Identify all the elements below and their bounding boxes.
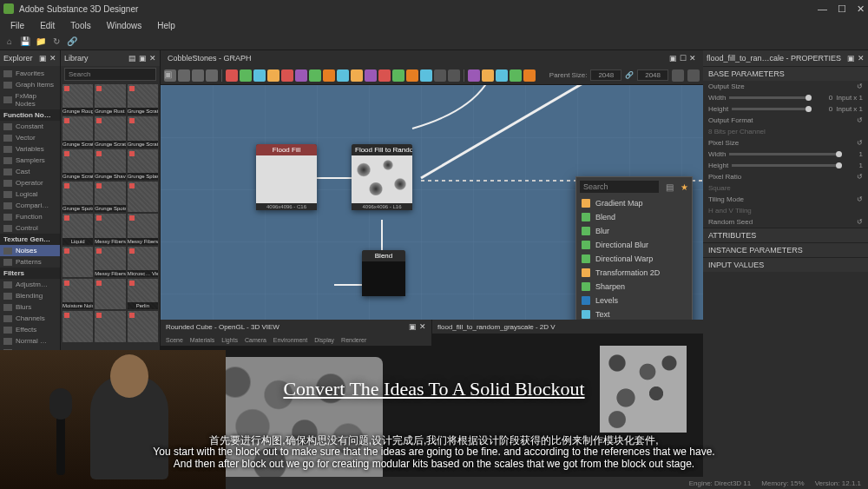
viewport-menu-item[interactable]: Environment [273,337,307,343]
folder-icon[interactable]: 📁 [35,36,47,48]
explorer-item[interactable]: Cast [0,166,60,177]
node-icon[interactable] [309,69,321,82]
val-width[interactable]: 0 [815,94,832,102]
refresh-icon[interactable]: ↻ [50,36,62,48]
library-thumb[interactable] [95,311,125,341]
context-menu-item[interactable]: Blur [576,224,692,238]
explorer-item[interactable]: Compari… [0,200,60,211]
node-icon[interactable] [448,69,460,82]
library-thumb[interactable] [95,279,125,309]
node-icon[interactable] [496,69,508,82]
lock-icon[interactable]: 🔗 [625,71,634,79]
close-icon[interactable]: ✕ [857,3,865,15]
viewport-menu-item[interactable]: Display [314,337,334,343]
node-icon[interactable] [351,69,363,82]
library-thumb[interactable]: Grunge Spots [62,182,93,212]
explorer-item[interactable]: Noises [0,245,60,256]
node-icon[interactable] [420,69,432,82]
section-attributes[interactable]: ATTRIBUTES [703,228,868,242]
reset-icon[interactable]: ↺ [857,195,863,203]
explorer-item[interactable]: Adjustm… [0,279,60,290]
node-icon[interactable] [523,69,536,82]
graph-canvas[interactable]: Flood Fill 4096x4096 - C16 Flood Fill to… [161,85,703,320]
viewport-menu-item[interactable]: Scene [166,337,183,343]
explorer-item[interactable]: Samplers [0,155,60,166]
explorer-item[interactable]: Normal … [0,335,60,347]
explorer-item[interactable]: Operator [0,177,60,188]
library-thumb[interactable] [128,311,158,341]
context-menu-item[interactable]: Directional Blur [576,238,692,252]
explorer-item[interactable]: Function [0,211,60,222]
library-thumb[interactable] [128,182,158,212]
section-base-parameters[interactable]: BASE PARAMETERS [703,66,868,81]
context-menu-item[interactable]: Blend [576,210,692,224]
reset-icon[interactable]: ↺ [857,218,863,226]
tool-icon[interactable]: ▣ [164,69,176,82]
explorer-item[interactable]: Logical [0,188,60,200]
library-thumb[interactable]: Grunge Shavings [95,149,125,180]
settings-icon[interactable] [687,69,700,82]
node-icon[interactable] [267,69,279,82]
section-instance-parameters[interactable]: INSTANCE PARAMETERS [703,242,868,257]
explorer-item[interactable]: Channels [0,313,60,324]
library-thumb[interactable]: Grunge Roug… [62,84,93,115]
viewport-menu-item[interactable]: Materials [190,337,214,343]
node-icon[interactable] [378,69,391,82]
node-icon[interactable] [281,69,293,82]
settings-icon[interactable] [672,69,684,82]
panel-pin-icon[interactable]: ▣ [409,322,417,331]
val-pixel-width[interactable]: 1 [845,150,863,158]
context-menu-item[interactable]: Levels [576,294,692,307]
explorer-item[interactable]: Variables [0,143,60,155]
val-output-format[interactable]: 8 Bits per Channel [708,128,766,135]
explorer-item[interactable]: Vector [0,132,60,143]
val-pixel-height[interactable]: 1 [845,162,863,169]
context-menu-item[interactable]: Gradient Map [576,196,692,210]
explorer-item[interactable]: Control [0,222,60,234]
explorer-item[interactable]: Blurs [0,301,60,313]
context-menu-item[interactable]: Directional Warp [576,252,692,266]
section-input-values[interactable]: INPUT VALUES [703,257,868,272]
slider-height[interactable] [732,108,812,110]
library-thumb[interactable]: Grunge Spots Dirty [95,182,125,212]
node-icon[interactable] [253,69,266,82]
library-search[interactable]: Search [64,68,156,81]
target-icon[interactable] [206,69,218,82]
node-icon[interactable] [323,69,335,82]
explorer-item[interactable]: Texture Gen… [0,234,60,245]
node-icon[interactable] [434,69,446,82]
save-icon[interactable]: 💾 [19,36,31,48]
library-thumb[interactable]: Grunge Scratch… [128,116,158,147]
library-thumb[interactable]: Grunge Splash… [128,149,158,180]
node-icon[interactable] [365,69,377,82]
library-thumb[interactable]: Grunge Scratch… [95,116,125,147]
library-thumb[interactable] [62,247,93,277]
panel-pin-icon[interactable]: ▣ [139,54,147,63]
home-icon[interactable]: ⌂ [3,36,16,48]
node-flood-fill[interactable]: Flood Fill 4096x4096 - C16 [256,144,317,210]
link-icon[interactable]: 🔗 [66,36,78,48]
list-icon[interactable]: ▤ [664,182,675,192]
val-tiling-mode[interactable]: H and V Tiling [708,207,752,215]
library-thumb[interactable]: Grunge Scratch… [62,116,93,147]
panel-pin-icon[interactable]: ▣ [39,54,47,63]
reset-icon[interactable]: ↺ [857,139,863,147]
library-thumb[interactable]: Messy Fibers 1 [95,214,125,244]
library-thumb[interactable]: Microsc… View [128,247,158,277]
node-blend[interactable]: Blend [362,250,405,296]
node-icon[interactable] [406,69,418,82]
explorer-item[interactable]: Graph Items [0,79,60,90]
parent-height-dropdown[interactable]: 2048 [637,69,668,81]
reset-icon[interactable]: ↺ [857,116,863,124]
explorer-item[interactable]: Patterns [0,256,60,268]
node-icon[interactable] [240,69,252,82]
panel-close-icon[interactable]: ✕ [858,54,865,63]
explorer-item[interactable]: FxMap Nodes [0,90,60,109]
menu-tools[interactable]: Tools [63,19,97,32]
library-thumb[interactable]: Perlin [128,279,158,309]
panel-close-icon[interactable]: ✕ [49,54,56,63]
node-icon[interactable] [295,69,307,82]
reset-icon[interactable]: ↺ [857,83,863,90]
menu-windows[interactable]: Windows [100,19,149,32]
library-thumb[interactable]: Grunge Scratch… [62,149,93,180]
